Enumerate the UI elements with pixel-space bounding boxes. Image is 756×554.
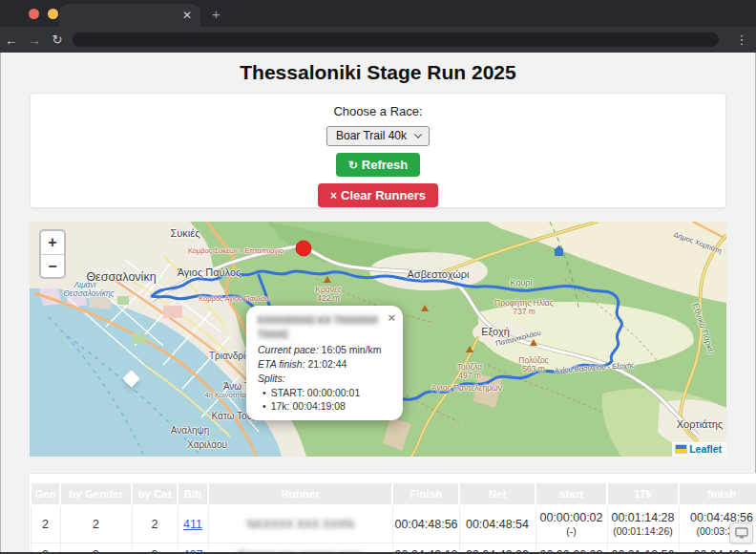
clear-icon: ×	[330, 189, 337, 202]
zoom-in-button[interactable]: +	[41, 231, 64, 254]
table-cell: 00:04:48:56	[392, 505, 459, 543]
table-cell: 00:00:00:02(-)	[536, 505, 607, 543]
chevron-down-icon	[414, 130, 422, 138]
map-label: Θεσσαλονίκη	[86, 270, 156, 284]
popup-splits-list: •START: 00:00:00:01•17k: 00:04:19:08	[262, 386, 393, 415]
map-attribution: Leaflet	[672, 442, 726, 457]
popup-eta: ETA finish: 21:02:44	[258, 357, 393, 372]
forward-icon[interactable]: →	[23, 32, 46, 48]
popup-split-item: •17k: 00:04:19:08	[262, 399, 393, 414]
map-label: 563 m	[522, 364, 545, 373]
popup-close-icon[interactable]: ×	[388, 309, 395, 327]
runner-marker[interactable]	[296, 241, 311, 256]
map-label: Συκιές	[171, 227, 200, 239]
new-tab-button[interactable]: +	[212, 6, 220, 22]
leaflet-attribution-link[interactable]: Leaflet	[689, 443, 722, 455]
table-header-row: Genby Genderby CatBibRunnerFinishNetstar…	[31, 482, 756, 505]
ukraine-flag-icon	[676, 445, 686, 453]
back-icon[interactable]: ←	[0, 32, 23, 48]
map-label: Ανάληψη	[171, 425, 210, 436]
table-header-cell[interactable]: Runner	[208, 482, 392, 505]
map-label: Εξοχή	[481, 326, 510, 337]
table-header-cell[interactable]: Net	[459, 482, 536, 505]
table-cell: 00:04:48:54	[459, 505, 536, 543]
popup-pace: Current pace: 16:05 min/km	[258, 343, 393, 357]
popup-splits-label: Splits:	[258, 372, 393, 386]
map-label: Θεσσαλονίκης	[63, 288, 114, 298]
table-header-cell[interactable]: Gen	[31, 482, 60, 505]
table-header-cell[interactable]: Finish	[392, 482, 459, 505]
map-label: 422 m	[317, 293, 340, 303]
map-label: 737 m	[513, 307, 536, 316]
refresh-icon: ↻	[348, 159, 358, 172]
race-select[interactable]: Boar Trail 40k	[326, 126, 430, 146]
table-header-cell[interactable]: by Gender	[60, 482, 132, 505]
table-header-cell[interactable]: Bib	[178, 482, 208, 505]
address-bar[interactable]	[73, 32, 719, 47]
map-label: Άγιος Παύλος	[178, 266, 242, 278]
map-label: Χαριλάου	[187, 439, 227, 450]
table-cell: 2	[60, 505, 132, 543]
page-body: Thessaloniki Stage Run 2025 Choose a Rac…	[0, 53, 756, 554]
map-zoom-control: + −	[39, 229, 66, 279]
reload-icon[interactable]: ↻	[46, 32, 69, 47]
table-cell: 2	[132, 505, 178, 543]
race-controls-card: Choose a Race: Boar Trail 40k ↻Refresh ×…	[30, 93, 726, 208]
tab-close-icon[interactable]: ✕	[182, 10, 192, 21]
map-label: 497 m	[458, 371, 481, 380]
zoom-out-button[interactable]: −	[41, 254, 64, 277]
menu-kebab-icon[interactable]: ⋮	[732, 32, 751, 47]
map-label: Άγιος Παντελεήμων	[431, 383, 502, 393]
table-header-cell[interactable]: 17k	[607, 482, 679, 505]
refresh-button[interactable]: ↻Refresh	[336, 153, 420, 177]
table-row: 222411ΝΧΧΧΧΧ ΧΧΧ ΧΧΧΝ00:04:48:5600:04:48…	[31, 505, 756, 543]
runner-name: ΝΧΧΧΧΧ ΧΧΧ ΧΧΧΝ	[246, 518, 353, 531]
map-label: Κόμβος Αγίου Παύλου	[199, 294, 269, 303]
minimize-window-button[interactable]	[48, 9, 58, 19]
browser-tab[interactable]: ✕	[59, 4, 200, 27]
leaflet-map[interactable]: ΣυκιέςΘεσσαλονίκηΆγιος ΠαύλοςΑσβεστοχώρι…	[30, 222, 726, 457]
race-select-value: Boar Trail 40k	[336, 129, 407, 142]
close-window-button[interactable]	[29, 9, 39, 19]
screen-capture-indicator[interactable]	[729, 522, 753, 543]
map-label: Ασβεστοχώρι	[408, 268, 470, 280]
table-cell: ΝΧΧΧΧΧ ΧΧΧ ΧΧΧΝ	[208, 505, 392, 543]
map-label: Κουρί	[511, 278, 533, 288]
table-cell: 2	[31, 505, 60, 543]
table-header-cell[interactable]: by Cat	[132, 482, 178, 505]
runner-popup: × ΚΧΧΧΧΧΧΧΣ ΚΧ ΤΧΧΧΧΧΧ ΤΧΧΧΣ Current pac…	[246, 306, 403, 420]
map-label: Κόμβος Συκεών - Επταπύργιο	[188, 246, 284, 255]
map-label: Χορτιάτης	[677, 418, 723, 430]
race-label: Choose a Race:	[31, 104, 725, 118]
monitor-icon	[735, 527, 748, 539]
table-header-cell[interactable]: start	[536, 482, 607, 505]
browser-tabstrip: ✕ +	[0, 0, 756, 27]
popup-split-item: •START: 00:00:00:01	[262, 386, 393, 400]
results-table-container: Genby Genderby CatBibRunnerFinishNetstar…	[30, 473, 756, 554]
table-cell: 00:01:14:28(00:01:14:26)	[607, 505, 679, 543]
table-header-cell[interactable]: finish	[679, 482, 756, 505]
table-cell: 411	[178, 505, 208, 543]
browser-toolbar: ← → ↻ ⋮	[0, 27, 756, 53]
page-title: Thessaloniki Stage Run 2025	[0, 61, 756, 84]
results-table: Genby Genderby CatBibRunnerFinishNetstar…	[30, 481, 756, 554]
popup-runner-name: ΚΧΧΧΧΧΧΧΣ ΚΧ ΤΧΧΧΧΧΧ ΤΧΧΧΣ	[258, 314, 378, 340]
map-label: Τριανδρία	[209, 351, 251, 361]
bib-link[interactable]: 411	[183, 518, 202, 531]
clear-runners-button[interactable]: ×Clear Runners	[318, 183, 438, 207]
